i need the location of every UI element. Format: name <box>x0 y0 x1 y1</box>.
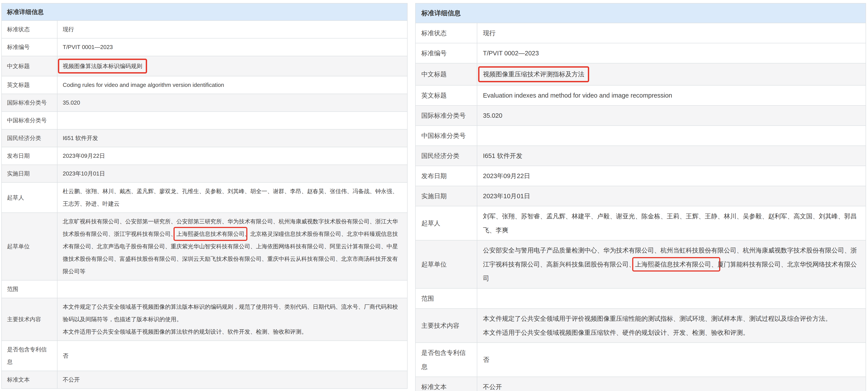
row-label: 英文标题 <box>2 76 57 94</box>
standard-detail-table-left: 标准详细信息 标准状态 现行 标准编号 T/PVIT 0001—2023 中文标… <box>1 3 408 389</box>
row-value: T/PVIT 0002—2023 <box>477 43 866 63</box>
highlight-box: 上海熙菱信息技术有限公司 <box>174 227 247 241</box>
table-header-row: 标准详细信息 <box>415 3 866 23</box>
row-standard-number: 标准编号 T/PVIT 0002—2023 <box>415 43 866 63</box>
row-drafting-organizations: 起草单位 北京旷视科技有限公司、公安部第一研究所、公安部第三研究所、华为技术有限… <box>2 213 407 280</box>
row-label: 中国标准分类号 <box>415 125 477 146</box>
row-label: 中文标题 <box>2 56 57 76</box>
row-value: 本文件规定了公共安全领域基于视频图像的算法版本标识的编码规则，规范了使用符号、类… <box>57 298 407 341</box>
row-publish-date: 发布日期 2023年09月22日 <box>2 147 407 165</box>
row-label: 主要技术内容 <box>2 298 57 341</box>
row-label: 起草人 <box>415 206 477 240</box>
row-drafters: 起草人 刘军、张翔、苏智睿、孟凡辉、林建平、卢毅、谢亚光、陈金栋、王莉、王辉、王… <box>415 206 866 240</box>
highlight-box: 视频图像重压缩技术评测指标及方法 <box>478 66 589 82</box>
row-value: I651 软件开发 <box>57 129 407 147</box>
row-patent-info: 是否包含专利信息 否 <box>2 341 407 371</box>
row-label: 范围 <box>415 288 477 308</box>
table-header: 标准详细信息 <box>415 3 866 23</box>
row-value: 北京旷视科技有限公司、公安部第一研究所、公安部第三研究所、华为技术有限公司、杭州… <box>57 213 407 280</box>
row-value: Evaluation indexes and method for video … <box>477 85 866 106</box>
row-publish-date: 发布日期 2023年09月22日 <box>415 166 866 186</box>
row-label: 标准编号 <box>2 38 57 56</box>
row-value: 35.020 <box>57 94 407 112</box>
row-value: 现行 <box>477 23 866 43</box>
row-value: Coding rules for video and image algorit… <box>57 76 407 94</box>
highlight-box: 上海熙菱信息技术有限公司、 <box>632 257 720 272</box>
row-value <box>57 280 407 298</box>
row-patent-info: 是否包含专利信息 否 <box>415 343 866 377</box>
row-label: 实施日期 <box>415 186 477 206</box>
row-ccs-number: 中国标准分类号 <box>2 112 407 129</box>
row-value: 2023年10月01日 <box>57 165 407 183</box>
row-label: 中文标题 <box>415 63 477 85</box>
row-value: 不公开 <box>477 377 866 391</box>
row-standard-number: 标准编号 T/PVIT 0001—2023 <box>2 38 407 56</box>
row-value <box>477 125 866 146</box>
row-label: 英文标题 <box>415 85 477 106</box>
technical-content-paragraph: 本文件规定了公共安全领域用于评价视频图像重压缩性能的测试指标、测试环境、测试样本… <box>483 312 860 326</box>
row-scope: 范围 <box>415 288 866 308</box>
row-value: 35.020 <box>477 106 866 125</box>
row-standard-text: 标准文本 不公开 <box>2 371 407 389</box>
row-value: 2023年09月22日 <box>57 147 407 165</box>
row-label: 发布日期 <box>2 147 57 165</box>
row-label: 是否包含专利信息 <box>2 341 57 371</box>
row-standard-text: 标准文本 不公开 <box>415 377 866 391</box>
row-value: I651 软件开发 <box>477 146 866 166</box>
row-implement-date: 实施日期 2023年10月01日 <box>2 165 407 183</box>
row-value: 现行 <box>57 21 407 38</box>
row-label: 起草单位 <box>2 213 57 280</box>
row-value: 视频图像重压缩技术评测指标及方法 <box>477 63 866 85</box>
row-value <box>57 112 407 129</box>
row-label: 是否包含专利信息 <box>415 343 477 377</box>
row-label: 发布日期 <box>415 166 477 186</box>
row-value <box>477 288 866 308</box>
row-label: 起草人 <box>2 183 57 213</box>
row-ccs-number: 中国标准分类号 <box>415 125 866 146</box>
row-value: 本文件规定了公共安全领域用于评价视频图像重压缩性能的测试指标、测试环境、测试样本… <box>477 308 866 343</box>
row-value: 公安部安全与警用电子产品质量检测中心、华为技术有限公司、杭州当虹科技股份有限公司… <box>477 240 866 288</box>
row-main-technical-content: 主要技术内容 本文件规定了公共安全领域基于视频图像的算法版本标识的编码规则，规范… <box>2 298 407 341</box>
row-label: 主要技术内容 <box>415 308 477 343</box>
row-ics-number: 国际标准分类号 35.020 <box>415 106 866 125</box>
row-label: 标准文本 <box>415 377 477 391</box>
row-label: 标准状态 <box>2 21 57 38</box>
row-value: 2023年10月01日 <box>477 186 866 206</box>
row-national-economy-class: 国民经济分类 I651 软件开发 <box>2 129 407 147</box>
row-label: 起草单位 <box>415 240 477 288</box>
row-english-title: 英文标题 Coding rules for video and image al… <box>2 76 407 94</box>
row-value: 不公开 <box>57 371 407 389</box>
row-scope: 范围 <box>2 280 407 298</box>
row-label: 实施日期 <box>2 165 57 183</box>
row-value: 2023年09月22日 <box>477 166 866 186</box>
row-label: 国民经济分类 <box>2 129 57 147</box>
table-header-row: 标准详细信息 <box>2 3 407 21</box>
row-value: 否 <box>57 341 407 371</box>
row-drafters: 起草人 杜云鹏、张翔、林川、戴杰、孟凡辉、廖双龙、孔维生、吴参毅、刘其峰、胡全一… <box>2 183 407 213</box>
row-standard-status: 标准状态 现行 <box>2 21 407 38</box>
row-label: 国际标准分类号 <box>2 94 57 112</box>
technical-content-paragraph: 本文件规定了公共安全领域基于视频图像的算法版本标识的编码规则，规范了使用符号、类… <box>63 301 402 326</box>
row-label: 标准编号 <box>415 43 477 63</box>
technical-content-paragraph: 本文件适用于公共安全领域基于视频图像的算法软件的规划设计、软件开发、检测、验收和… <box>63 326 402 338</box>
row-value: 杜云鹏、张翔、林川、戴杰、孟凡辉、廖双龙、孔维生、吴参毅、刘其峰、胡全一、谢群、… <box>57 183 407 213</box>
technical-content-paragraph: 本文件适用于公共安全领域视频图像重压缩软件、硬件的规划设计、开发、检测、验收和评… <box>483 326 860 340</box>
row-implement-date: 实施日期 2023年10月01日 <box>415 186 866 206</box>
row-standard-status: 标准状态 现行 <box>415 23 866 43</box>
row-value: 否 <box>477 343 866 377</box>
row-label: 国际标准分类号 <box>415 106 477 125</box>
row-main-technical-content: 主要技术内容 本文件规定了公共安全领域用于评价视频图像重压缩性能的测试指标、测试… <box>415 308 866 343</box>
row-label: 标准状态 <box>415 23 477 43</box>
row-national-economy-class: 国民经济分类 I651 软件开发 <box>415 146 866 166</box>
row-label: 国民经济分类 <box>415 146 477 166</box>
row-label: 标准文本 <box>2 371 57 389</box>
row-ics-number: 国际标准分类号 35.020 <box>2 94 407 112</box>
row-value: 视频图像算法版本标识编码规则 <box>57 56 407 76</box>
row-chinese-title: 中文标题 视频图像算法版本标识编码规则 <box>2 56 407 76</box>
standard-detail-table-right: 标准详细信息 标准状态 现行 标准编号 T/PVIT 0002—2023 中文标… <box>415 3 866 391</box>
row-drafting-organizations: 起草单位 公安部安全与警用电子产品质量检测中心、华为技术有限公司、杭州当虹科技股… <box>415 240 866 288</box>
page: 标准详细信息 标准状态 现行 标准编号 T/PVIT 0001—2023 中文标… <box>0 0 868 391</box>
row-english-title: 英文标题 Evaluation indexes and method for v… <box>415 85 866 106</box>
row-value: T/PVIT 0001—2023 <box>57 38 407 56</box>
table-header: 标准详细信息 <box>2 3 407 21</box>
